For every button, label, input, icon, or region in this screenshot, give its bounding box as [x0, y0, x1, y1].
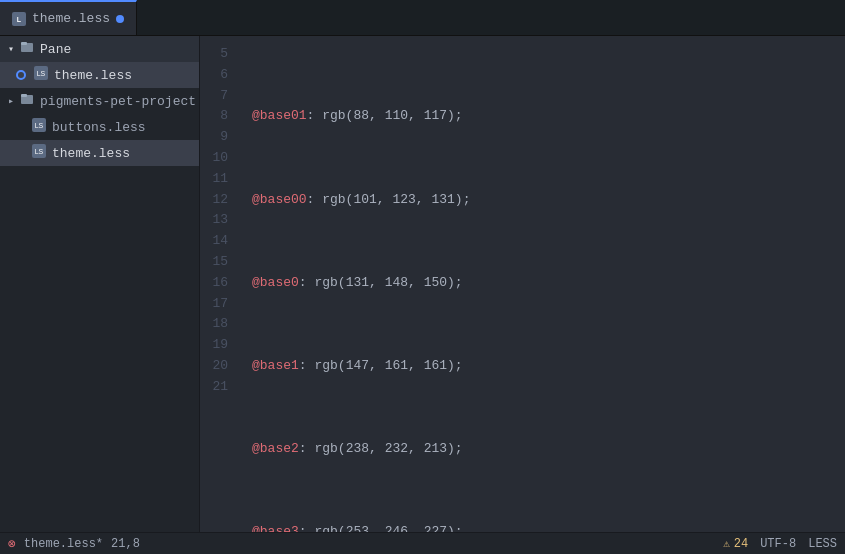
tab-label: theme.less: [32, 11, 110, 26]
code-line-9: @base2: rgb(238, 232, 213);: [240, 439, 845, 460]
tab-bar: L theme.less: [0, 0, 845, 36]
sidebar-item-pane-label: Pane: [40, 42, 71, 57]
status-right: ⚠ 24 UTF-8 LESS: [723, 537, 837, 551]
tab-file-icon: L: [12, 12, 26, 26]
svg-text:LS: LS: [35, 122, 44, 129]
warning-icon: ⚠: [723, 537, 730, 550]
svg-text:L: L: [17, 16, 22, 23]
status-filename: theme.less*: [24, 537, 103, 551]
sidebar-item-theme-less-root-label: theme.less: [54, 68, 132, 83]
status-encoding: UTF-8: [760, 537, 796, 551]
chevron-down-icon: ▾: [8, 43, 14, 55]
code-area[interactable]: @base01: rgb(88, 110, 117); @base00: rgb…: [240, 36, 845, 532]
status-position: 21,8: [111, 537, 140, 551]
sidebar-item-theme-less-tree-label: theme.less: [52, 146, 130, 161]
main-area: ▾ Pane LS theme.less ▸ pigments-pet-proj…: [0, 36, 845, 532]
code-line-6: @base00: rgb(101, 123, 131);: [240, 190, 845, 211]
editor-pane[interactable]: 5 6 7 8 9 10 11 12 13 14 15 16 17 18 19 …: [200, 36, 845, 532]
warning-count: 24: [734, 537, 748, 551]
code-line-7: @base0: rgb(131, 148, 150);: [240, 273, 845, 294]
sidebar-item-theme-less-tree[interactable]: LS theme.less: [0, 140, 199, 166]
project-folder-icon: [20, 92, 34, 110]
editor-content[interactable]: 5 6 7 8 9 10 11 12 13 14 15 16 17 18 19 …: [200, 36, 845, 532]
code-line-10: @base3: rgb(253, 246, 227);: [240, 522, 845, 532]
line-numbers: 5 6 7 8 9 10 11 12 13 14 15 16 17 18 19 …: [200, 36, 240, 532]
active-file-indicator: [16, 70, 26, 80]
tab-modified-dot: [116, 15, 124, 23]
status-left: ⊗ theme.less* 21,8: [8, 536, 140, 552]
svg-rect-7: [21, 94, 27, 97]
code-line-8: @base1: rgb(147, 161, 161);: [240, 356, 845, 377]
folder-icon: [20, 40, 34, 58]
tab-theme-less[interactable]: L theme.less: [0, 0, 137, 35]
sidebar: ▾ Pane LS theme.less ▸ pigments-pet-proj…: [0, 36, 200, 532]
sidebar-item-project-folder[interactable]: ▸ pigments-pet-project: [0, 88, 199, 114]
svg-text:LS: LS: [35, 148, 44, 155]
sidebar-item-project-label: pigments-pet-project: [40, 94, 196, 109]
chevron-right-icon: ▸: [8, 95, 14, 107]
theme-less-tree-icon: LS: [32, 144, 46, 162]
status-lang: LESS: [808, 537, 837, 551]
var-base01: @base01: [252, 106, 307, 127]
status-error-icon: ⊗: [8, 536, 16, 552]
sidebar-item-buttons-less[interactable]: LS buttons.less: [0, 114, 199, 140]
sidebar-item-buttons-less-label: buttons.less: [52, 120, 146, 135]
svg-rect-3: [21, 42, 27, 45]
sidebar-item-pane[interactable]: ▾ Pane: [0, 36, 199, 62]
code-line-5: @base01: rgb(88, 110, 117);: [240, 106, 845, 127]
status-bar: ⊗ theme.less* 21,8 ⚠ 24 UTF-8 LESS: [0, 532, 845, 554]
sidebar-item-theme-less-root[interactable]: LS theme.less: [0, 62, 199, 88]
buttons-less-icon: LS: [32, 118, 46, 136]
svg-text:LS: LS: [37, 70, 46, 77]
warning-badge: ⚠ 24: [723, 537, 748, 551]
less-file-icon: LS: [34, 66, 48, 84]
